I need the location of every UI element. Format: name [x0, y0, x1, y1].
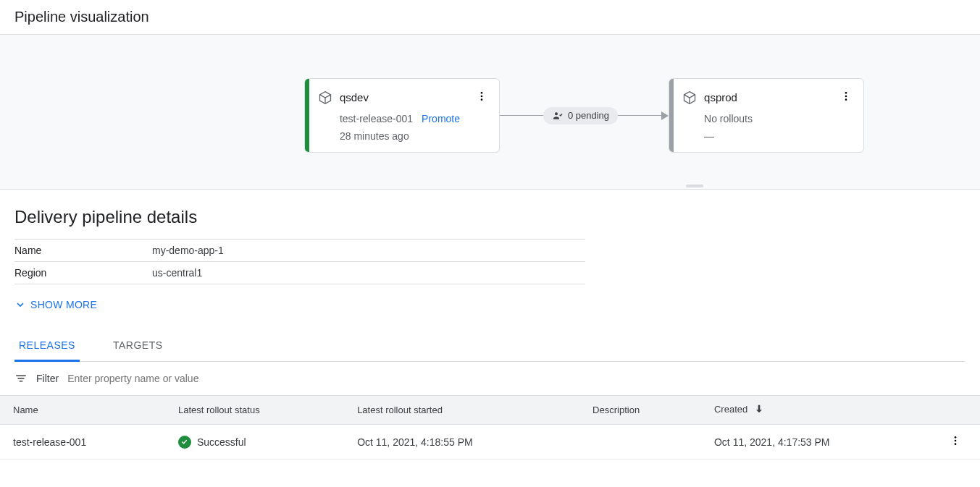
chevron-down-icon [14, 299, 26, 310]
stage-connector: 0 pending [500, 107, 669, 124]
show-more-label: SHOW MORE [30, 299, 97, 310]
success-icon [178, 436, 191, 449]
svg-point-3 [555, 112, 558, 115]
stage-more-button[interactable] [839, 89, 853, 106]
details-val: my-demo-app-1 [152, 240, 585, 262]
stage-head-left: qsprod [682, 90, 737, 105]
connector-line [500, 115, 543, 116]
details-row: Region us-central1 [14, 262, 585, 284]
svg-point-0 [481, 92, 483, 94]
connector-line [618, 115, 661, 116]
show-more-button[interactable]: SHOW MORE [14, 299, 966, 310]
viz-inner: qsdev test-release-001 Promote 28 minute… [304, 78, 864, 153]
stage-release-name: test-release-001 [340, 113, 413, 124]
viz-title: Pipeline visualization [0, 0, 980, 34]
more-vert-icon [840, 90, 852, 102]
col-actions [937, 396, 980, 425]
stage-head: qsdev [318, 89, 489, 106]
details-key: Region [14, 262, 152, 284]
svg-point-4 [845, 92, 847, 94]
col-created[interactable]: Created [701, 396, 937, 425]
svg-point-7 [955, 436, 957, 439]
svg-point-8 [955, 440, 957, 442]
stage-body: qsdev test-release-001 Promote 28 minute… [309, 79, 499, 152]
col-started[interactable]: Latest rollout started [344, 396, 579, 425]
stage-time-line: 28 minutes ago [318, 130, 489, 142]
svg-point-9 [955, 443, 957, 445]
tabs: RELEASES TARGETS [14, 331, 966, 362]
sort-desc-icon [753, 403, 765, 417]
row-more-button[interactable] [950, 437, 961, 449]
filter-bar: Filter [0, 362, 980, 395]
stage-more-button[interactable] [474, 89, 489, 106]
pending-label: 0 pending [568, 110, 609, 121]
cell-description [579, 425, 701, 460]
cell-started: Oct 11, 2021, 4:18:55 PM [344, 425, 579, 460]
stage-name: qsprod [704, 91, 737, 103]
details-table: Name my-demo-app-1 Region us-central1 [14, 239, 585, 284]
col-created-label: Created [714, 404, 747, 415]
details-title: Delivery pipeline details [14, 207, 966, 227]
stage-head: qsprod [682, 89, 853, 106]
details-section: Delivery pipeline details Name my-demo-a… [0, 190, 980, 362]
cube-icon [682, 90, 697, 105]
stage-card-qsdev[interactable]: qsdev test-release-001 Promote 28 minute… [304, 78, 500, 153]
svg-point-5 [845, 96, 847, 98]
approval-icon [552, 110, 564, 122]
stage-time: 28 minutes ago [340, 130, 409, 142]
stage-name: qsdev [340, 91, 369, 103]
cell-name: test-release-001 [0, 425, 165, 460]
stage-card-qsprod[interactable]: qsprod No rollouts — [669, 78, 864, 153]
stage-status-line: No rollouts [682, 113, 853, 124]
resize-handle[interactable] [686, 185, 703, 187]
filter-input[interactable] [67, 373, 285, 384]
col-status[interactable]: Latest rollout status [165, 396, 344, 425]
viz-area: qsdev test-release-001 Promote 28 minute… [0, 34, 980, 190]
table-header-row: Name Latest rollout status Latest rollou… [0, 396, 980, 425]
details-row: Name my-demo-app-1 [14, 240, 585, 262]
svg-point-1 [481, 96, 483, 98]
stage-head-left: qsdev [318, 90, 369, 105]
filter-label: Filter [36, 373, 59, 384]
stage-status: No rollouts [704, 113, 753, 124]
promote-link[interactable]: Promote [422, 113, 460, 124]
svg-point-6 [845, 98, 847, 101]
svg-point-2 [481, 98, 483, 101]
arrow-right-icon [661, 111, 669, 120]
stage-release-line: test-release-001 Promote [318, 113, 489, 124]
cube-icon [318, 90, 332, 105]
status-text: Successful [197, 436, 246, 448]
stage-sub-line: — [682, 130, 853, 142]
col-description[interactable]: Description [579, 396, 701, 425]
pending-chip[interactable]: 0 pending [543, 107, 618, 124]
cell-created: Oct 11, 2021, 4:17:53 PM [701, 425, 937, 460]
releases-table: Name Latest rollout status Latest rollou… [0, 395, 980, 460]
tab-targets[interactable]: TARGETS [109, 331, 167, 362]
col-name[interactable]: Name [0, 396, 165, 425]
more-vert-icon [950, 435, 961, 446]
cell-actions [937, 425, 980, 460]
cell-status: Successful [165, 425, 344, 460]
filter-icon [14, 372, 28, 385]
tab-releases[interactable]: RELEASES [14, 331, 80, 362]
details-val: us-central1 [152, 262, 585, 284]
table-row[interactable]: test-release-001 Successful Oct 11, 2021… [0, 425, 980, 460]
stage-sub: — [704, 130, 714, 142]
details-key: Name [14, 240, 152, 262]
more-vert-icon [476, 90, 487, 102]
stage-body: qsprod No rollouts — [674, 79, 863, 152]
